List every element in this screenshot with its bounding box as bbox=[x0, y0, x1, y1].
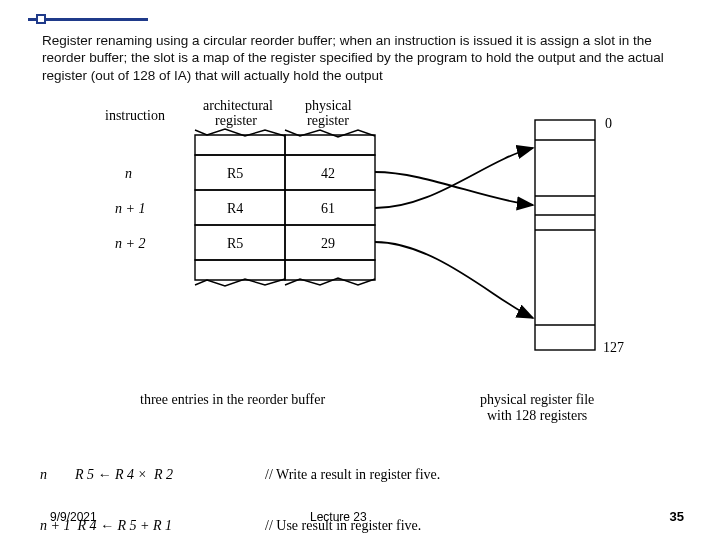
code-line-0-rhs: // Write a result in register five. bbox=[265, 466, 440, 483]
row1-instr: n + 1 bbox=[115, 201, 145, 216]
row1-arch: R4 bbox=[227, 201, 243, 216]
row0-instr: n bbox=[125, 166, 132, 181]
arrow-29 bbox=[375, 242, 533, 318]
header-phys-2: register bbox=[307, 113, 349, 128]
arrow-61 bbox=[375, 148, 533, 208]
slide-accent-bullet bbox=[36, 14, 46, 24]
header-arch-1: architectural bbox=[203, 100, 273, 113]
footer-lecture: Lecture 23 bbox=[310, 510, 367, 524]
header-instruction: instruction bbox=[105, 108, 165, 123]
slide-accent-bar bbox=[28, 18, 148, 21]
row2-phys: 29 bbox=[321, 236, 335, 251]
header-arch-2: register bbox=[215, 113, 257, 128]
prf-label-top: 0 bbox=[605, 116, 612, 131]
prf-label-bottom: 127 bbox=[603, 340, 624, 355]
footer-date: 9/9/2021 bbox=[50, 510, 97, 524]
slide-description: Register renaming using a circular reord… bbox=[42, 32, 690, 84]
row0-phys: 42 bbox=[321, 166, 335, 181]
row0-arch: R5 bbox=[227, 166, 243, 181]
reorder-buffer-diagram: .lab { font-family: "Times New Roman", s… bbox=[85, 100, 695, 390]
row1-phys: 61 bbox=[321, 201, 335, 216]
footer-page: 35 bbox=[670, 509, 684, 524]
instruction-listing: n R 5 ← R 4 × R 2// Write a result in re… bbox=[40, 432, 700, 540]
reorder-buffer-table bbox=[195, 129, 375, 286]
svg-rect-6 bbox=[535, 120, 595, 350]
header-phys-1: physical bbox=[305, 100, 352, 113]
row2-instr: n + 2 bbox=[115, 236, 145, 251]
caption-reorder-buffer: three entries in the reorder buffer bbox=[140, 392, 325, 408]
code-line-0-lhs: n R 5 ← R 4 × R 2 bbox=[40, 466, 265, 483]
caption-prf: physical register filewith 128 registers bbox=[480, 392, 594, 424]
row2-arch: R5 bbox=[227, 236, 243, 251]
arrow-42 bbox=[375, 172, 533, 205]
physical-register-file bbox=[535, 120, 595, 350]
